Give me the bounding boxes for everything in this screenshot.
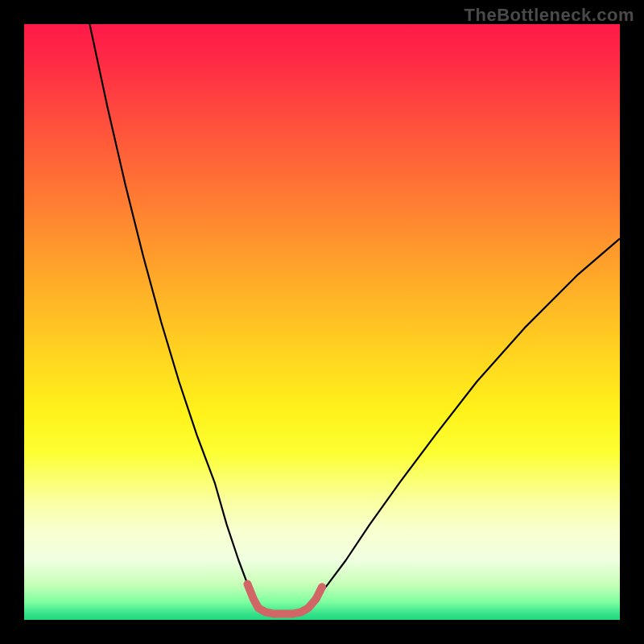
series-right-curve xyxy=(308,238,620,608)
chart-frame: TheBottleneck.com xyxy=(0,0,644,644)
watermark-text: TheBottleneck.com xyxy=(464,5,634,26)
curve-layer xyxy=(24,24,620,620)
plot-area xyxy=(24,24,620,620)
series-bottom-highlight xyxy=(248,584,323,614)
series-left-curve xyxy=(89,24,258,608)
